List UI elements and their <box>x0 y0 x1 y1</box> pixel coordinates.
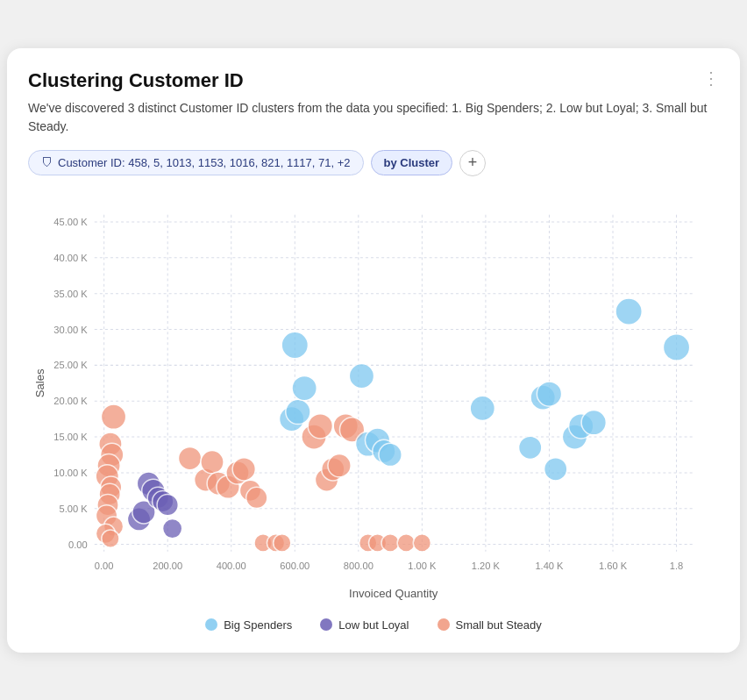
svg-point-86 <box>349 363 374 388</box>
legend-label-low-loyal: Low but Loyal <box>338 618 409 632</box>
svg-text:Invoiced Quantity: Invoiced Quantity <box>349 587 438 600</box>
svg-point-97 <box>519 436 542 459</box>
more-options-icon[interactable]: ⋮ <box>702 68 721 89</box>
legend: Big Spenders Low but Loyal Small but Ste… <box>28 618 719 632</box>
svg-point-69 <box>232 457 255 480</box>
svg-text:0.00: 0.00 <box>68 539 88 549</box>
svg-point-105 <box>663 333 689 360</box>
svg-point-80 <box>308 413 332 438</box>
svg-text:800.00: 800.00 <box>344 560 374 570</box>
svg-text:200.00: 200.00 <box>153 560 182 570</box>
svg-point-93 <box>381 533 399 551</box>
svg-point-62 <box>163 518 182 538</box>
svg-point-99 <box>537 381 561 405</box>
cluster-chip[interactable]: by Cluster <box>371 150 453 175</box>
svg-point-74 <box>274 533 291 551</box>
svg-text:35.00 K: 35.00 K <box>53 288 88 298</box>
svg-point-71 <box>246 487 267 508</box>
add-filter-button[interactable]: + <box>459 150 486 176</box>
main-card: ⋮ Clustering Customer ID We've discovere… <box>7 48 740 653</box>
svg-text:1.60 K: 1.60 K <box>599 560 628 570</box>
svg-point-78 <box>281 332 308 358</box>
svg-text:1.40 K: 1.40 K <box>535 560 564 570</box>
svg-point-61 <box>157 494 178 515</box>
svg-point-96 <box>470 396 494 420</box>
scatter-chart: 0.005.00 K10.00 K15.00 K20.00 K25.00 K30… <box>28 190 719 611</box>
legend-dot-low-loyal <box>320 618 332 631</box>
svg-point-100 <box>544 457 567 480</box>
legend-dot-big-spenders <box>205 618 217 631</box>
svg-text:30.00 K: 30.00 K <box>53 324 88 334</box>
svg-text:20.00 K: 20.00 K <box>53 396 88 406</box>
svg-point-103 <box>581 410 606 434</box>
svg-text:0.00: 0.00 <box>95 560 114 570</box>
svg-text:5.00 K: 5.00 K <box>60 503 89 513</box>
svg-text:25.00 K: 25.00 K <box>53 360 88 370</box>
svg-text:400.00: 400.00 <box>217 560 246 570</box>
legend-label-big-spenders: Big Spenders <box>224 618 292 632</box>
svg-text:1.20 K: 1.20 K <box>472 560 501 570</box>
svg-point-95 <box>413 533 430 551</box>
svg-text:15.00 K: 15.00 K <box>53 432 88 442</box>
svg-point-77 <box>292 375 317 400</box>
svg-text:45.00 K: 45.00 K <box>53 217 88 227</box>
svg-point-65 <box>201 450 224 473</box>
svg-point-94 <box>397 533 415 551</box>
filter-row: ⛉ Customer ID: 458, 5, 1013, 1153, 1016,… <box>28 150 719 176</box>
legend-low-loyal: Low but Loyal <box>320 618 409 632</box>
cluster-chip-label: by Cluster <box>384 156 440 169</box>
svg-point-54 <box>102 529 119 546</box>
svg-text:40.00 K: 40.00 K <box>53 252 88 262</box>
svg-point-90 <box>379 443 402 466</box>
filter-chip[interactable]: ⛉ Customer ID: 458, 5, 1013, 1153, 1016,… <box>28 150 364 175</box>
svg-text:Sales: Sales <box>33 368 46 396</box>
legend-label-small-steady: Small but Steady <box>456 618 542 632</box>
svg-point-83 <box>328 454 351 476</box>
svg-text:10.00 K: 10.00 K <box>53 467 88 477</box>
chart-area: 0.005.00 K10.00 K15.00 K20.00 K25.00 K30… <box>28 190 719 611</box>
filter-icon: ⛉ <box>41 156 53 169</box>
card-description: We've discovered 3 distinct Customer ID … <box>28 99 719 136</box>
legend-small-steady: Small but Steady <box>438 618 542 632</box>
filter-label: Customer ID: 458, 5, 1013, 1153, 1016, 8… <box>58 156 351 169</box>
legend-dot-small-steady <box>438 618 450 631</box>
svg-text:1.00 K: 1.00 K <box>408 560 437 570</box>
svg-point-63 <box>178 446 201 469</box>
svg-point-43 <box>101 404 125 429</box>
legend-big-spenders: Big Spenders <box>205 618 292 632</box>
svg-point-104 <box>615 297 642 324</box>
svg-text:1.8: 1.8 <box>670 560 683 570</box>
page-title: Clustering Customer ID <box>28 69 719 92</box>
svg-point-76 <box>286 399 310 424</box>
svg-text:600.00: 600.00 <box>280 560 309 570</box>
